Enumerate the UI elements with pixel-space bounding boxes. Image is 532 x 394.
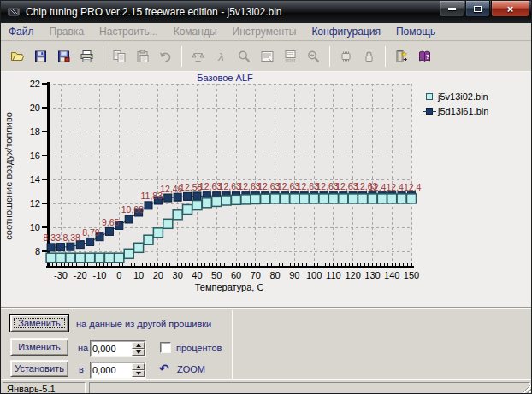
toolbar-separator xyxy=(329,46,330,67)
svg-text:22: 22 xyxy=(30,79,40,89)
set-spin-down-button[interactable] xyxy=(132,370,145,377)
menu-item-tools: Инструменты xyxy=(225,24,304,39)
set-value-input[interactable] xyxy=(92,363,130,377)
change-spin-up-button[interactable] xyxy=(132,342,145,349)
svg-text:140: 140 xyxy=(384,270,399,280)
toolbar-compare-button xyxy=(186,45,210,68)
change-value-input[interactable] xyxy=(92,342,130,356)
change-spin-down-button[interactable] xyxy=(132,349,145,356)
window-title: Chip tuning PRO ver.2.15 freeware editio… xyxy=(26,6,282,18)
svg-text:Температура, C: Температура, C xyxy=(195,282,264,292)
legend-marker-icon xyxy=(426,93,433,100)
set-button[interactable]: Установить xyxy=(10,360,68,377)
toolbar-copy-button xyxy=(108,45,131,68)
svg-text:130: 130 xyxy=(364,270,380,280)
svg-text:Базовое ALF: Базовое ALF xyxy=(197,73,253,83)
svg-text:40: 40 xyxy=(192,270,202,280)
app-window: Chip tuning PRO ver.2.15 freeware editio… xyxy=(0,0,532,394)
menu-item-help[interactable]: Помощь xyxy=(388,24,443,39)
undo-zoom-icon[interactable]: ↶ xyxy=(159,362,169,374)
svg-text:60: 60 xyxy=(231,270,241,280)
svg-text:-10: -10 xyxy=(93,270,107,280)
svg-text:14: 14 xyxy=(30,174,40,185)
replace-button[interactable]: Заменить xyxy=(10,315,68,332)
open-folder-icon xyxy=(10,50,25,63)
replace-caption: на данные из другой прошивки xyxy=(76,319,211,329)
toolbar-open-button[interactable] xyxy=(6,45,29,68)
svg-text:18: 18 xyxy=(30,126,40,137)
maximize-button[interactable] xyxy=(465,1,490,17)
change-button[interactable]: Изменить xyxy=(10,338,68,356)
status-pane-right xyxy=(89,382,530,394)
arrow-down-icon xyxy=(136,350,141,354)
close-button[interactable]: × xyxy=(491,1,529,17)
svg-text:110: 110 xyxy=(326,270,341,280)
toolbar-table-editor-button xyxy=(256,45,279,68)
svg-text:9,65: 9,65 xyxy=(102,217,120,227)
scales-icon xyxy=(191,50,205,63)
magnifier-icon xyxy=(237,50,251,63)
status-pane-left: Январь-5.1 xyxy=(3,382,86,394)
legend-item: j5d13i61.bin xyxy=(426,103,488,118)
svg-text:8,38: 8,38 xyxy=(62,232,80,243)
toolbar-search-button xyxy=(233,45,256,68)
copy-icon xyxy=(112,50,127,63)
undo-icon xyxy=(158,50,173,63)
set-prefix-label: в xyxy=(79,364,84,374)
menu-item-file[interactable]: Файл xyxy=(1,24,42,39)
zoom-label: ZOOM xyxy=(177,364,205,374)
toolbar-print-button[interactable] xyxy=(75,45,98,68)
title-bar[interactable]: Chip tuning PRO ver.2.15 freeware editio… xyxy=(1,1,531,23)
toolbar-separator xyxy=(103,46,103,67)
menu-item-commands: Команды xyxy=(166,24,225,39)
minimize-button[interactable] xyxy=(440,1,464,17)
toolbar-separator xyxy=(181,46,182,67)
svg-text:12: 12 xyxy=(30,198,40,209)
resize-grip[interactable] xyxy=(521,383,532,394)
menu-item-configuration[interactable]: Конфигурация xyxy=(304,24,388,39)
svg-text:16: 16 xyxy=(30,150,40,161)
svg-text:20: 20 xyxy=(153,270,163,280)
arrow-down-icon xyxy=(136,372,141,375)
chip-icon xyxy=(339,50,353,63)
svg-text:12,4: 12,4 xyxy=(369,182,387,192)
svg-text:90: 90 xyxy=(289,270,299,280)
app-chip-icon xyxy=(7,5,21,19)
svg-text:8: 8 xyxy=(35,246,40,256)
svg-text:12,4: 12,4 xyxy=(404,182,422,192)
editor-icon xyxy=(260,50,275,63)
svg-text:10101: 10101 xyxy=(285,59,296,63)
legend-marker-icon xyxy=(426,108,433,115)
svg-text:150: 150 xyxy=(404,270,419,280)
chart-panel: 810121416182022-30-20-100102030405060708… xyxy=(1,72,532,308)
set-spin-up-button[interactable] xyxy=(132,363,145,370)
menu-item-edit: Правка xyxy=(42,24,92,39)
menu-bar: ФайлПравкаНастроить...КомандыИнструменты… xyxy=(1,23,531,41)
panel-divider xyxy=(232,310,233,379)
exit-door-icon xyxy=(394,50,409,63)
svg-text:120: 120 xyxy=(345,270,360,280)
percent-checkbox[interactable] xyxy=(160,342,171,353)
arrow-up-icon xyxy=(136,365,141,368)
change-prefix-label: на xyxy=(78,343,88,353)
change-value-spinner xyxy=(90,340,146,357)
menu-item-setup: Настроить... xyxy=(92,24,166,39)
print-icon xyxy=(80,50,94,63)
svg-text:8,79: 8,79 xyxy=(82,227,100,238)
toolbar-binary-view-button: 10101 xyxy=(279,45,302,68)
toolbar-lambda-button: λ xyxy=(210,45,233,68)
svg-text:?: ? xyxy=(425,53,429,61)
toolbar-help-button[interactable]: ? xyxy=(413,45,436,68)
toolbar-exit-button[interactable] xyxy=(390,45,413,68)
maximize-icon xyxy=(474,6,482,12)
arrow-up-icon xyxy=(136,344,141,347)
binary-icon: 10101 xyxy=(283,50,298,63)
svg-text:70: 70 xyxy=(251,270,261,280)
svg-text:0: 0 xyxy=(116,270,121,280)
toolbar-save-as-button[interactable] xyxy=(52,45,75,68)
toolbar-zoom-out-button xyxy=(302,45,325,68)
toolbar-undo-button xyxy=(154,45,177,68)
toolbar-separator xyxy=(385,46,386,67)
toolbar-save-button[interactable] xyxy=(29,45,52,68)
percent-label: процентов xyxy=(176,343,222,353)
